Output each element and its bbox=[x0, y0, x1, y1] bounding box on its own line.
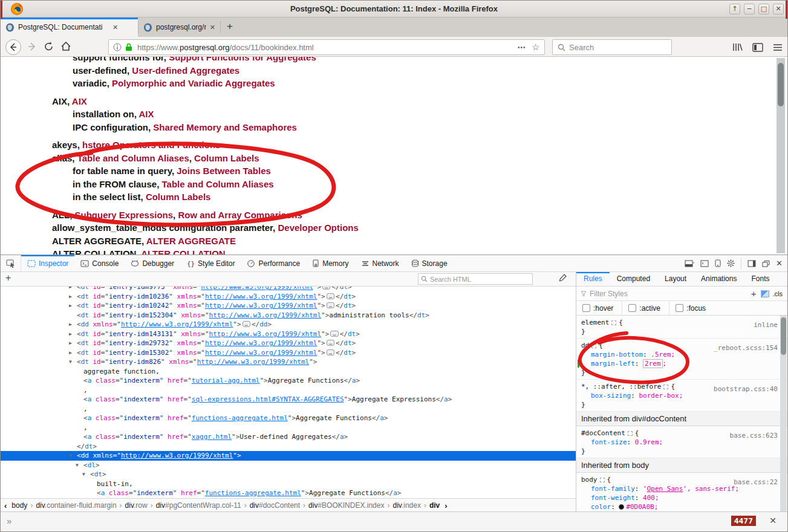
markup-row[interactable]: ▶<dt id="ientry-idm10236" xmlns="http://… bbox=[1, 292, 576, 302]
sidebar-toggle-icon[interactable] bbox=[752, 43, 763, 52]
markup-row[interactable]: <a class="indexterm" href="tutorial-agg.… bbox=[1, 376, 576, 386]
search-bar[interactable]: Search bbox=[552, 39, 672, 55]
index-entry-link[interactable]: Joins Between Tables bbox=[177, 166, 271, 176]
class-toggle-button[interactable]: .cls bbox=[773, 290, 788, 297]
pseudo-class-toggle[interactable]: :active bbox=[622, 304, 669, 313]
rule-selector-line[interactable]: *, ::after, ::before{bootstrap.css:40 bbox=[576, 382, 787, 391]
color-swatch-icon[interactable] bbox=[619, 504, 624, 510]
rule-selector-line[interactable]: dd{_reboot.scss:154 bbox=[576, 341, 787, 350]
pick-element-button[interactable] bbox=[1, 255, 21, 271]
markup-row[interactable]: <a class="indexterm" href="functions-agg… bbox=[1, 488, 576, 498]
expand-arrow-icon[interactable]: ▶ bbox=[69, 320, 72, 329]
index-entry-link[interactable]: Developer Options bbox=[278, 222, 358, 233]
markup-row[interactable]: ▶<dt id="ientry-idm15302" xmlns="http://… bbox=[1, 348, 576, 358]
expand-arrow-icon[interactable]: ▼ bbox=[69, 357, 72, 367]
markup-row[interactable]: </dt> bbox=[1, 442, 576, 452]
responsive-mode-icon[interactable] bbox=[715, 259, 721, 267]
collapsed-ellipsis[interactable]: … bbox=[327, 349, 334, 355]
property-value[interactable]: 400 bbox=[643, 494, 655, 502]
expand-arrow-icon[interactable]: ▼ bbox=[82, 470, 85, 479]
breadcrumb-back-arrow[interactable]: ‹ bbox=[1, 501, 10, 510]
devtools-tab-style-editor[interactable]: {}Style Editor bbox=[180, 255, 241, 271]
bookmark-star-icon[interactable]: ☆ bbox=[532, 42, 539, 52]
index-entry-link[interactable]: AIX bbox=[72, 96, 87, 106]
highlight-target-icon[interactable] bbox=[628, 431, 633, 436]
markup-row[interactable]: ▼<dt> bbox=[1, 470, 576, 479]
sidebar-tab-layout[interactable]: Layout bbox=[657, 272, 694, 286]
markup-row[interactable]: ▶<dt id="ientry-idm9773" xmlns="http://w… bbox=[1, 287, 576, 292]
markup-row[interactable]: ▶<dd xmlns="http://www.w3.org/1999/xhtml… bbox=[1, 320, 576, 329]
property-value[interactable]: border-box bbox=[639, 392, 679, 400]
markup-row[interactable]: , bbox=[1, 404, 576, 414]
index-entry-link[interactable]: ALTER COLLATION bbox=[141, 248, 225, 255]
markup-row[interactable]: , bbox=[1, 386, 576, 395]
markup-row[interactable]: built-in, bbox=[1, 479, 576, 489]
breadcrumb-item[interactable]: div.row bbox=[124, 501, 149, 510]
property-value[interactable]: 0.9rem bbox=[635, 438, 659, 446]
css-property[interactable]: color: #0D0A0B; bbox=[576, 502, 787, 511]
minimize-button[interactable]: − bbox=[744, 4, 755, 15]
devtools-close-button[interactable]: ✕ bbox=[776, 259, 783, 268]
expand-arrow-icon[interactable]: ▼ bbox=[76, 461, 79, 470]
index-entry-link[interactable]: Support Functions for Aggregates bbox=[169, 57, 316, 62]
rule-selector-line[interactable]: element{inline bbox=[576, 318, 787, 327]
dock-bottom-icon[interactable] bbox=[685, 260, 694, 267]
index-entry-link[interactable]: Table and Column Aliases bbox=[77, 153, 189, 163]
devtools-tab-memory[interactable]: Memory bbox=[306, 255, 354, 271]
add-rule-button[interactable]: + bbox=[747, 288, 761, 299]
highlight-selector-icon[interactable] bbox=[761, 290, 769, 297]
markup-row[interactable]: ▼<dd xmlns="http://www.w3.org/1999/xhtml… bbox=[1, 451, 576, 461]
expand-arrow-icon[interactable]: ▼ bbox=[69, 451, 72, 461]
back-button[interactable] bbox=[5, 39, 21, 55]
expand-arrow-icon[interactable]: ▶ bbox=[69, 329, 72, 339]
index-entry-link[interactable]: hstore Operators and Functions bbox=[82, 140, 220, 150]
markup-row[interactable]: ▼<dt id="ientry-idm826" xmlns="http://ww… bbox=[1, 357, 576, 367]
index-entry-link[interactable]: Polymorphic and Variadic Aggregates bbox=[112, 78, 275, 88]
index-entry-link[interactable]: Column Labels bbox=[146, 192, 211, 202]
page-info-icon[interactable] bbox=[113, 43, 122, 51]
devtools-tab-console[interactable]: Console bbox=[74, 255, 125, 271]
css-property[interactable]: margin-left: 2rem; bbox=[576, 359, 787, 368]
index-entry-link[interactable]: User-defined Aggregates bbox=[132, 65, 239, 76]
markup-row[interactable]: aggregate function, bbox=[1, 367, 576, 377]
sidebar-tab-computed[interactable]: Computed bbox=[610, 272, 657, 286]
devtools-tab-network[interactable]: Network bbox=[355, 255, 405, 271]
pseudo-class-toggle[interactable]: :hover bbox=[576, 304, 622, 313]
url-bar[interactable]: https://www.postgresql.org/docs/11/booki… bbox=[108, 39, 545, 55]
markup-row[interactable]: ▼<dl> bbox=[1, 461, 576, 470]
page-scrollbar[interactable] bbox=[777, 58, 785, 253]
expand-arrow-icon[interactable]: ▶ bbox=[69, 348, 72, 358]
index-entry-link[interactable]: Shared Memory and Semaphores bbox=[153, 122, 297, 132]
css-property[interactable]: box-sizing: border-box; bbox=[576, 391, 787, 400]
devtools-tab-performance[interactable]: Performance bbox=[241, 255, 306, 271]
eyedropper-icon[interactable] bbox=[558, 274, 567, 284]
popout-icon[interactable] bbox=[762, 260, 770, 267]
css-property[interactable]: font-weight: 400; bbox=[576, 493, 787, 502]
tab-close-button[interactable]: ✕ bbox=[112, 24, 118, 31]
https-lock-icon[interactable] bbox=[125, 43, 132, 51]
css-property[interactable]: font-size: 0.9rem; bbox=[576, 438, 787, 447]
close-toolbar-button[interactable]: ✕ bbox=[769, 516, 777, 525]
markup-row[interactable]: <a class="indexterm" href="functions-agg… bbox=[1, 414, 576, 423]
index-entry-link[interactable]: AIX bbox=[138, 109, 154, 119]
collapsed-ellipsis[interactable]: … bbox=[243, 321, 250, 327]
browser-tab[interactable]: postgresql.org/media/css✕ bbox=[138, 18, 220, 37]
highlight-target-icon[interactable] bbox=[591, 343, 596, 348]
expand-arrow-icon[interactable]: ▶ bbox=[69, 287, 72, 292]
index-entry-link[interactable]: Subquery Expressions bbox=[75, 210, 174, 220]
breadcrumb-item[interactable]: div bbox=[428, 501, 441, 510]
devtools-tab-debugger[interactable]: Debugger bbox=[125, 255, 180, 271]
sidebar-toggle-icon[interactable] bbox=[747, 260, 756, 267]
page-actions-button[interactable]: ••• bbox=[518, 44, 526, 51]
property-value-font[interactable]: Open Sans bbox=[647, 485, 683, 493]
markup-row[interactable]: <a class="indexterm" href="sql-expressio… bbox=[1, 395, 576, 404]
pseudo-class-toggle[interactable]: :focus bbox=[669, 304, 714, 313]
highlight-target-icon[interactable] bbox=[600, 478, 605, 482]
markup-row[interactable]: <a class="indexterm" href="xaggr.html">U… bbox=[1, 432, 576, 442]
rule-selector-line[interactable]: body{base.css:22 bbox=[576, 475, 787, 484]
index-entry-link[interactable]: Table and Column Aliases bbox=[162, 179, 274, 189]
home-button[interactable] bbox=[59, 39, 74, 55]
markup-row[interactable]: ▶<dt id="ientry-idm10242" xmlns="http://… bbox=[1, 301, 576, 311]
close-button[interactable]: ✕ bbox=[773, 4, 784, 15]
devtools-tab-storage[interactable]: Storage bbox=[405, 255, 454, 271]
